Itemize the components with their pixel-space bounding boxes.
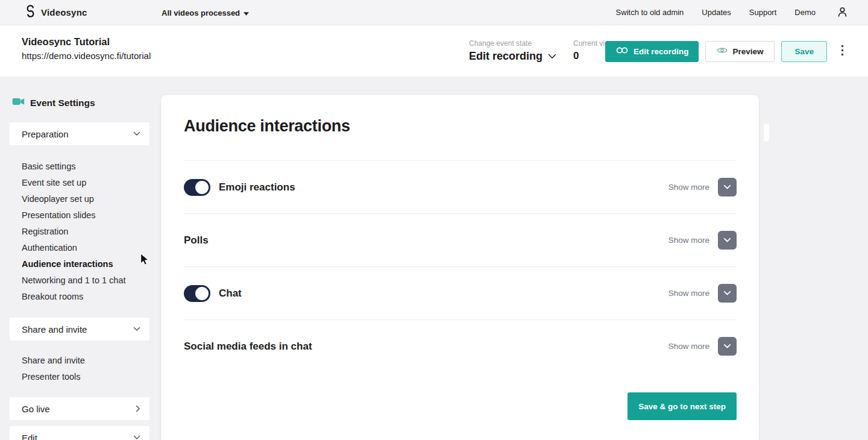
brand-name: Videosync [41, 7, 87, 17]
feature-label: Emoji reactions [219, 181, 295, 193]
save-next-step-button[interactable]: Save & go to next step [627, 392, 737, 420]
section-preparation[interactable]: Preparation [10, 122, 149, 145]
sidebar-item-presenter-tools[interactable]: Presenter tools [10, 369, 149, 385]
toggle-knob [195, 181, 209, 194]
event-state-value: Edit recording [469, 50, 542, 63]
preview-label: Preview [732, 47, 763, 56]
sidebar-item-audience-interactions[interactable]: Audience interactions [10, 256, 149, 272]
videos-processed-dropdown[interactable]: All videos processed [162, 0, 249, 25]
event-settings-heading: Event Settings [10, 97, 149, 108]
expand-polls-button[interactable] [718, 231, 737, 250]
scrollbar-thumb[interactable] [764, 124, 769, 142]
chevron-down-icon [133, 435, 140, 440]
event-title-block: Videosync Tutorial https://demo.videosyn… [22, 36, 151, 61]
chevron-down-icon [723, 237, 731, 243]
feature-row-social-media-feeds: Social media feeds in chat Show more [161, 320, 759, 372]
event-title: Videosync Tutorial [22, 36, 151, 48]
preview-button[interactable]: Preview [705, 41, 775, 62]
share-invite-nav: Share and invite Presenter tools [10, 353, 149, 385]
emoji-reactions-toggle[interactable] [184, 179, 210, 196]
sidebar-item-event-site-set-up[interactable]: Event site set up [10, 175, 149, 191]
sidebar-item-authentication[interactable]: Authentication [10, 240, 149, 256]
show-more-link[interactable]: Show more [668, 289, 709, 298]
recording-reel-icon [615, 46, 629, 56]
link-support[interactable]: Support [749, 8, 777, 17]
event-url[interactable]: https://demo.videosync.fi/tutorial [22, 51, 151, 61]
show-more-link[interactable]: Show more [668, 183, 709, 192]
expand-emoji-reactions-button[interactable] [718, 178, 737, 196]
chevron-down-icon [723, 291, 731, 296]
videosync-logo-icon [24, 5, 37, 20]
chevron-down-icon [133, 131, 140, 136]
edit-recording-button[interactable]: Edit recording [605, 41, 699, 62]
sidebar-item-presentation-slides[interactable]: Presentation slides [10, 207, 149, 224]
feature-label: Chat [219, 288, 242, 300]
chevron-down-icon [133, 327, 140, 332]
kebab-icon [841, 45, 844, 58]
section-edit[interactable]: Edit [10, 426, 149, 440]
header-actions: Edit recording Preview Save [605, 40, 848, 62]
share-invite-label: Share and invite [22, 324, 87, 335]
audience-interactions-panel: Audience interactions Emoji reactions Sh… [160, 95, 760, 440]
save-row: Save & go to next step [161, 392, 759, 420]
caret-down-icon [244, 8, 249, 17]
videosync-admin-screen: Videosync All videos processed Switch to… [0, 0, 868, 440]
preparation-label: Preparation [22, 129, 69, 139]
chevron-right-icon [136, 405, 140, 412]
chevron-down-icon [723, 344, 731, 349]
sidebar-item-share-and-invite[interactable]: Share and invite [10, 353, 149, 369]
go-live-label: Go live [22, 404, 50, 414]
edit-recording-label: Edit recording [634, 47, 689, 56]
link-updates[interactable]: Updates [702, 8, 731, 17]
eye-icon [717, 46, 728, 56]
chevron-down-icon [723, 184, 731, 190]
sidebar-item-networking-1to1-chat[interactable]: Networking and 1 to 1 chat [10, 272, 149, 289]
sidebar-item-videoplayer-set-up[interactable]: Videoplayer set up [10, 191, 149, 207]
sidebar-item-registration[interactable]: Registration [10, 224, 149, 240]
edit-label: Edit [22, 433, 37, 440]
chevron-down-icon [548, 54, 556, 59]
feature-label: Polls [184, 234, 209, 247]
sidebar-item-breakout-rooms[interactable]: Breakout rooms [10, 289, 149, 305]
feature-row-emoji-reactions: Emoji reactions Show more [161, 161, 759, 213]
user-account-button[interactable] [836, 5, 849, 20]
event-settings-label: Event Settings [30, 98, 95, 108]
show-more-link[interactable]: Show more [668, 342, 709, 351]
topbar: Videosync All videos processed Switch to… [0, 0, 868, 25]
sidebar: Event Settings Preparation Basic setting… [10, 97, 149, 440]
event-state-block: Change event state Edit recording [469, 39, 556, 63]
more-options-button[interactable] [837, 45, 848, 58]
event-state-dropdown[interactable]: Edit recording [469, 50, 556, 63]
save-label: Save [794, 47, 814, 56]
person-icon [836, 5, 849, 20]
expand-social-media-button[interactable] [718, 337, 737, 356]
brand-block[interactable]: Videosync [24, 5, 87, 20]
feature-row-polls: Polls Show more [161, 214, 759, 266]
change-event-state-label: Change event state [469, 39, 556, 48]
chat-toggle[interactable] [184, 285, 210, 302]
expand-chat-button[interactable] [718, 284, 737, 303]
toggle-knob [195, 287, 209, 300]
videos-processed-label: All videos processed [162, 8, 240, 17]
feature-row-chat: Chat Show more [161, 267, 759, 319]
show-more-link[interactable]: Show more [668, 236, 709, 245]
link-switch-old-admin[interactable]: Switch to old admin [616, 8, 684, 17]
panel-title: Audience interactions [184, 117, 759, 136]
link-demo[interactable]: Demo [794, 8, 816, 17]
section-go-live[interactable]: Go live [10, 397, 149, 420]
event-header: Videosync Tutorial https://demo.videosyn… [0, 25, 868, 77]
feature-label: Social media feeds in chat [184, 341, 312, 353]
sidebar-item-basic-settings[interactable]: Basic settings [10, 159, 149, 175]
topbar-links: Switch to old admin Updates Support Demo [616, 5, 849, 20]
save-button[interactable]: Save [781, 41, 827, 62]
preparation-nav: Basic settings Event site set up Videopl… [10, 159, 149, 305]
section-share-and-invite[interactable]: Share and invite [10, 318, 149, 341]
video-camera-icon [12, 97, 25, 108]
